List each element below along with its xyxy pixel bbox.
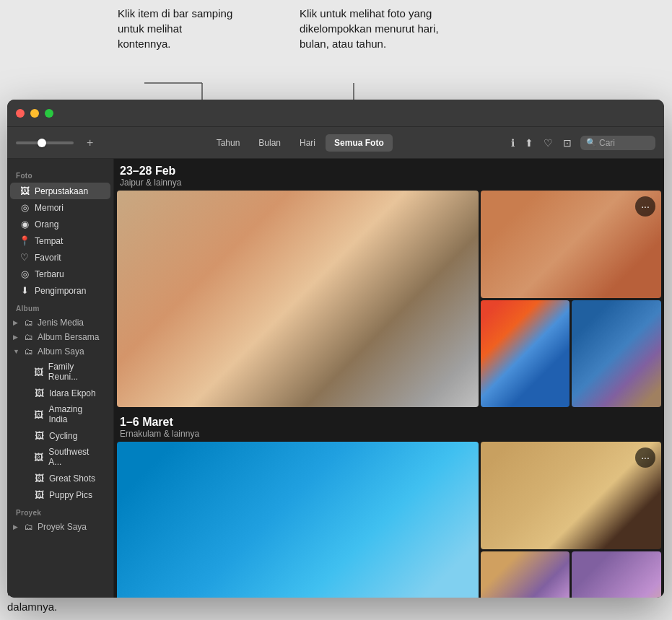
side-photos-1: ···: [481, 191, 661, 407]
shared-album-icon: 🗂: [23, 332, 35, 342]
sidebar-label-orang: Orang: [35, 219, 58, 230]
people-icon: ◉: [19, 219, 30, 230]
sidebar-label-idara-ekpoh: Idara Ekpoh: [49, 388, 96, 398]
sidebar-item-terbaru[interactable]: ◎ Terbaru: [10, 266, 110, 282]
search-input[interactable]: [599, 138, 650, 148]
more-options-button[interactable]: ···: [635, 196, 655, 217]
sidebar-label-amazing-india: Amazing India: [48, 404, 102, 424]
recent-icon: ◎: [19, 268, 30, 279]
toolbar: + Tahun Bulan Hari Semua Foto ℹ ⬆ ♡ ⊡ 🔍: [7, 127, 664, 159]
sidebar-item-amazing-india[interactable]: 🖼 Amazing India: [10, 401, 110, 427]
slider-thumb[interactable]: [38, 139, 46, 147]
tab-day[interactable]: Hari: [291, 134, 324, 152]
side-photo-bottom-row-2: [481, 551, 661, 598]
section-date-2: 1–6 Maret: [120, 416, 658, 429]
toolbar-icons: ℹ ⬆ ♡ ⊡: [508, 134, 575, 152]
photo-swimmer[interactable]: [117, 442, 479, 598]
section-header-1: 23–28 Feb Jaipur & lainnya: [114, 159, 664, 191]
sidebar-section-foto: Foto: [7, 166, 113, 183]
sidebar-item-perpustakaan[interactable]: 🖼 Perpustakaan: [10, 183, 110, 199]
album-thumbnail-great: 🖼: [33, 473, 45, 484]
media-type-icon: 🗂: [23, 318, 35, 328]
favorites-icon: ♡: [19, 252, 30, 263]
album-thumbnail-cycling: 🖼: [33, 430, 45, 441]
side-photos-2: ···: [481, 442, 661, 598]
search-box[interactable]: 🔍: [580, 136, 655, 150]
minimize-button[interactable]: [30, 109, 39, 118]
sidebar-item-memori[interactable]: ◎ Memori: [10, 199, 110, 216]
photo-woman-portrait[interactable]: ···: [481, 191, 661, 298]
sidebar-item-cycling[interactable]: 🖼 Cycling: [10, 427, 110, 444]
my-project-icon: 🗂: [23, 522, 35, 532]
sidebar-section-proyek: Proyek: [7, 503, 113, 520]
info-icon[interactable]: ℹ: [508, 134, 518, 152]
sidebar-label-memori: Memori: [35, 203, 64, 213]
sidebar-item-puppy-pics[interactable]: 🖼 Puppy Pics: [10, 486, 110, 503]
chevron-right-icon: ▶: [13, 319, 20, 326]
slider-track[interactable]: [16, 141, 74, 144]
sidebar-label-family-reuni: Family Reuni...: [48, 362, 102, 382]
edit-icon[interactable]: ⊡: [560, 134, 575, 152]
sidebar-section-album: Album: [7, 299, 113, 315]
my-album-icon: 🗂: [23, 346, 35, 357]
sidebar-label-pengimporan: Pengimporan: [35, 286, 86, 296]
section-header-2: 1–6 Maret Ernakulam & lainnya: [114, 410, 664, 442]
sidebar-label-perpustakaan: Perpustakaan: [35, 186, 88, 196]
sidebar-group-album-bersama[interactable]: ▶ 🗂 Album Bersama: [7, 330, 113, 344]
app-window: + Tahun Bulan Hari Semua Foto ℹ ⬆ ♡ ⊡ 🔍 …: [7, 100, 664, 598]
sidebar-label-terbaru: Terbaru: [35, 269, 64, 279]
view-tabs: Tahun Bulan Hari Semua Foto: [208, 134, 393, 152]
chevron-right-icon2: ▶: [13, 333, 20, 341]
album-thumbnail-idara: 🖼: [33, 388, 45, 398]
photo-placeholder[interactable]: [572, 551, 661, 598]
sidebar-item-pengimporan[interactable]: ⬇ Pengimporan: [10, 282, 110, 299]
library-icon: 🖼: [19, 185, 30, 196]
more-options-button-2[interactable]: ···: [635, 447, 655, 468]
sidebar-item-southwest[interactable]: 🖼 Southwest A...: [10, 444, 110, 470]
side-photo-bottom-row: [481, 300, 661, 408]
annotation-sidebar: Klik item di bar samping untuk melihat k…: [118, 6, 233, 51]
share-icon[interactable]: ⬆: [522, 134, 536, 152]
sidebar-group-proyek-saya[interactable]: ▶ 🗂 Proyek Saya: [7, 520, 113, 534]
photo-section-1: 23–28 Feb Jaipur & lainnya ···: [114, 159, 664, 407]
search-icon: 🔍: [586, 138, 596, 147]
photo-area: 23–28 Feb Jaipur & lainnya ···: [114, 159, 664, 598]
section-location-2: Ernakulam & lainnya: [120, 429, 658, 439]
photo-man-sunglasses[interactable]: [481, 300, 570, 408]
sidebar-item-idara-ekpoh[interactable]: 🖼 Idara Ekpoh: [10, 385, 110, 401]
sidebar-group-album-saya[interactable]: ▼ 🗂 Album Saya: [7, 344, 113, 359]
tab-all-photos[interactable]: Semua Foto: [326, 134, 393, 152]
tab-month[interactable]: Bulan: [250, 134, 289, 152]
sidebar-item-tempat[interactable]: 📍 Tempat: [10, 232, 110, 249]
photo-grid-1: ···: [114, 191, 664, 407]
photo-desert-man[interactable]: ···: [481, 442, 661, 549]
sidebar-item-great-shots[interactable]: 🖼 Great Shots: [10, 470, 110, 486]
zoom-slider[interactable]: [16, 141, 74, 144]
photo-woman-blue-door[interactable]: [572, 300, 661, 408]
sidebar-label-album-saya: Album Saya: [38, 346, 84, 357]
sidebar-label-southwest: Southwest A...: [48, 447, 102, 467]
sidebar-label-jenis-media: Jenis Media: [38, 318, 84, 328]
tab-year[interactable]: Tahun: [208, 134, 249, 152]
add-button[interactable]: +: [82, 135, 97, 151]
import-icon: ⬇: [19, 285, 30, 296]
sidebar-item-orang[interactable]: ◉ Orang: [10, 216, 110, 232]
close-button[interactable]: [16, 109, 25, 118]
favorite-icon[interactable]: ♡: [541, 134, 556, 152]
section-date-1: 23–28 Feb: [120, 165, 658, 178]
annotation-tabs: Klik untuk melihat foto yang dikelompokk…: [300, 6, 458, 51]
titlebar: [7, 100, 664, 127]
sidebar-item-favorit[interactable]: ♡ Favorit: [10, 249, 110, 266]
photo-section-2: 1–6 Maret Ernakulam & lainnya ···: [114, 410, 664, 598]
photo-grid-2: ···: [114, 442, 664, 598]
sidebar-label-album-bersama: Album Bersama: [38, 332, 99, 342]
sidebar-group-jenis-media[interactable]: ▶ 🗂 Jenis Media: [7, 315, 113, 330]
maximize-button[interactable]: [45, 109, 53, 118]
album-thumbnail-puppy: 🖼: [33, 489, 45, 500]
photo-dancer[interactable]: [117, 191, 479, 407]
sidebar: Foto 🖼 Perpustakaan ◎ Memori ◉ Orang 📍 T…: [7, 159, 114, 598]
photo-desert-woman[interactable]: [481, 551, 570, 598]
album-thumbnail-india: 🖼: [33, 409, 44, 420]
sidebar-label-proyek-saya: Proyek Saya: [38, 522, 87, 532]
sidebar-item-family-reuni[interactable]: 🖼 Family Reuni...: [10, 359, 110, 385]
